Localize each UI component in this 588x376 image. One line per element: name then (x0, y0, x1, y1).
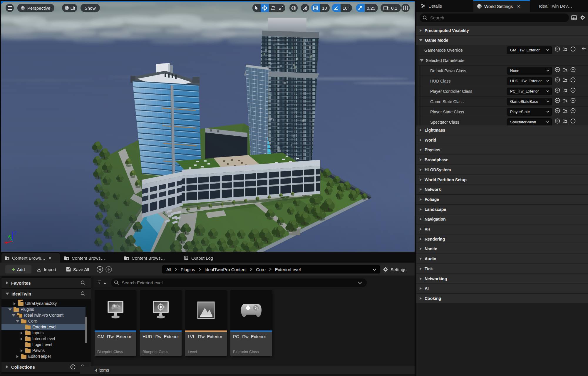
svg-text:Z: Z (14, 230, 17, 235)
